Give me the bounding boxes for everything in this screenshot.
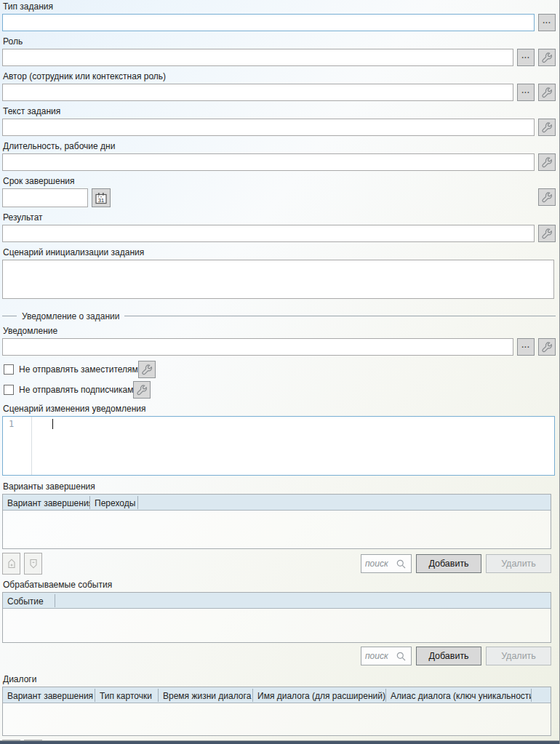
ellipsis-icon: ... — [543, 18, 551, 27]
line-number-gutter: 1 — [3, 417, 32, 475]
duration-label: Длительность, рабочие дни — [3, 141, 556, 152]
completion-variants-grid-body[interactable] — [3, 511, 551, 548]
notification-row: ... — [2, 338, 556, 356]
change-script-label: Сценарий изменения уведомления — [3, 404, 556, 415]
completion-variants-toolbar: Добавить Удалить — [2, 553, 551, 575]
duration-input[interactable] — [2, 153, 535, 171]
wrench-icon — [541, 121, 553, 133]
completion-variants-delete-button[interactable]: Удалить — [486, 554, 551, 573]
author-row: ... — [2, 84, 556, 101]
task-type-input[interactable] — [2, 14, 535, 31]
completion-variants-search — [361, 554, 412, 573]
due-date-calendar-button[interactable]: 31 — [92, 188, 111, 207]
notification-script-button[interactable] — [538, 338, 556, 356]
ellipsis-icon: ... — [521, 88, 529, 97]
completion-variants-grid: Вариант завершения Переходы — [2, 494, 551, 549]
wrench-icon — [141, 364, 153, 375]
handled-events-add-button[interactable]: Добавить — [416, 647, 481, 665]
divider — [124, 316, 556, 316]
due-date-script-button[interactable] — [538, 188, 556, 206]
divider — [2, 316, 17, 316]
no-subscribers-checkbox[interactable] — [4, 385, 14, 395]
search-icon — [396, 559, 407, 569]
notification-browse-button[interactable]: ... — [517, 338, 535, 356]
result-input[interactable] — [2, 225, 535, 242]
notification-input[interactable] — [2, 338, 513, 356]
task-text-script-button[interactable] — [538, 119, 556, 136]
role-script-button[interactable] — [538, 49, 556, 66]
dialogs-grid-header: Вариант завершения Тип карточки Время жи… — [3, 687, 551, 703]
wrench-icon — [541, 156, 553, 168]
column-header-card-type[interactable]: Тип карточки — [95, 689, 159, 702]
column-header-dialog-name[interactable]: Имя диалога (для расширений) — [253, 689, 386, 702]
line-number: 1 — [9, 419, 14, 429]
task-text-input[interactable] — [2, 119, 535, 136]
handled-events-search-input[interactable] — [365, 651, 396, 661]
author-label: Автор (сотрудник или контекстная роль) — [3, 71, 556, 82]
due-date-input[interactable] — [2, 188, 88, 207]
task-type-label: Тип задания — [3, 1, 556, 12]
arrow-up-icon — [7, 558, 17, 569]
due-date-row: 31 — [2, 188, 556, 207]
wrench-icon — [541, 341, 553, 353]
no-subscribers-script-button[interactable] — [133, 381, 151, 399]
notification-group-title: Уведомление о задании — [17, 311, 124, 321]
text-cursor — [52, 419, 53, 429]
role-input[interactable] — [2, 49, 513, 66]
notification-label: Уведомление — [3, 326, 556, 337]
calendar-icon: 31 — [95, 192, 108, 204]
no-subscribers-row: Не отправлять подписчикам — [2, 381, 556, 399]
no-deputies-row: Не отправлять заместителям — [2, 361, 556, 378]
ellipsis-icon: ... — [521, 343, 529, 351]
column-header-dialog-alias[interactable]: Алиас диалога (ключ уникальности) — [386, 689, 532, 702]
task-type-browse-button[interactable]: ... — [538, 14, 556, 31]
init-script-textarea[interactable] — [2, 260, 554, 299]
handled-events-grid-body[interactable] — [3, 609, 551, 642]
author-script-button[interactable] — [538, 84, 556, 101]
column-header-transitions[interactable]: Переходы — [90, 496, 138, 509]
move-down-button[interactable] — [24, 553, 42, 575]
handled-events-toolbar: Добавить Удалить — [2, 647, 551, 665]
handled-events-search — [361, 647, 412, 665]
wrench-icon — [541, 191, 553, 203]
window-bottom-edge — [0, 740, 559, 744]
completion-variants-search-input[interactable] — [365, 559, 396, 569]
search-icon — [396, 651, 407, 662]
role-browse-button[interactable]: ... — [517, 49, 535, 66]
column-header-variant[interactable]: Вариант завершения — [3, 689, 95, 702]
task-text-label: Текст задания — [3, 106, 556, 117]
role-row: ... — [2, 49, 556, 66]
no-deputies-checkbox[interactable] — [4, 364, 14, 375]
completion-variants-section-label: Варианты завершения — [3, 481, 556, 492]
handled-events-delete-button[interactable]: Удалить — [486, 647, 551, 665]
task-type-row: ... — [2, 14, 556, 31]
wrench-icon — [136, 384, 148, 396]
dialogs-grid-body[interactable] — [3, 703, 551, 735]
ellipsis-icon: ... — [521, 53, 529, 62]
author-browse-button[interactable]: ... — [517, 84, 535, 101]
duration-script-button[interactable] — [538, 153, 556, 171]
result-label: Результат — [3, 212, 556, 223]
column-header-lifetime[interactable]: Время жизни диалога — [159, 689, 253, 702]
notification-group-separator: Уведомление о задании — [2, 311, 556, 321]
result-script-button[interactable] — [538, 225, 556, 242]
completion-variants-grid-header: Вариант завершения Переходы — [3, 495, 551, 511]
dialogs-section-label: Диалоги — [3, 674, 556, 685]
no-deputies-script-button[interactable] — [138, 361, 156, 378]
move-up-button[interactable] — [2, 553, 20, 575]
handled-events-grid-header: Событие — [3, 593, 551, 609]
change-script-editor[interactable]: 1 — [2, 416, 555, 476]
author-input[interactable] — [2, 84, 513, 101]
dialogs-grid: Вариант завершения Тип карточки Время жи… — [2, 687, 551, 736]
column-header-variant[interactable]: Вариант завершения — [3, 496, 90, 509]
due-date-label: Срок завершения — [3, 176, 556, 187]
spacer — [111, 188, 535, 207]
init-script-label: Сценарий инициализации задания — [3, 247, 556, 258]
task-text-row — [2, 119, 556, 136]
role-label: Роль — [3, 36, 556, 47]
completion-variants-add-button[interactable]: Добавить — [416, 554, 481, 573]
wrench-icon — [541, 52, 553, 63]
handled-events-section-label: Обрабатываемые события — [3, 580, 556, 591]
column-header-event[interactable]: Событие — [3, 594, 55, 607]
wrench-icon — [541, 228, 553, 239]
